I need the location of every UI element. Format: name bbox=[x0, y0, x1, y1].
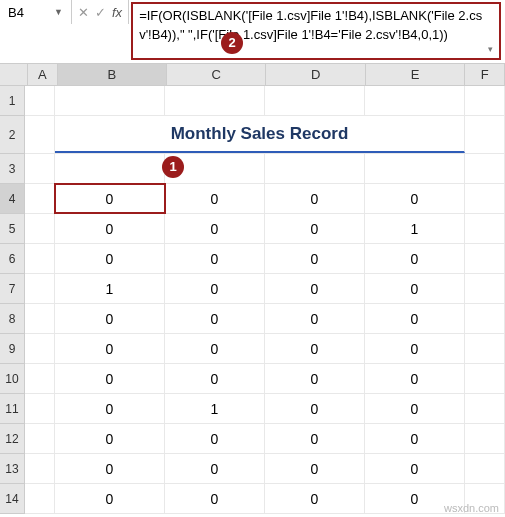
row-header[interactable]: 4 bbox=[0, 184, 25, 214]
cell[interactable]: 1 bbox=[165, 394, 265, 423]
cell[interactable]: 0 bbox=[265, 274, 365, 303]
cell[interactable] bbox=[365, 154, 465, 183]
cell[interactable]: 0 bbox=[265, 364, 365, 393]
cell[interactable] bbox=[25, 154, 55, 183]
cell[interactable] bbox=[465, 424, 505, 453]
cell[interactable] bbox=[25, 116, 55, 153]
row-header[interactable]: 8 bbox=[0, 304, 25, 334]
cell[interactable] bbox=[265, 154, 365, 183]
cell[interactable] bbox=[365, 86, 465, 115]
cell[interactable]: 0 bbox=[265, 244, 365, 273]
row-header[interactable]: 1 bbox=[0, 86, 25, 116]
enter-icon[interactable]: ✓ bbox=[95, 5, 106, 20]
row-header[interactable]: 5 bbox=[0, 214, 25, 244]
cell[interactable] bbox=[465, 154, 505, 183]
cell[interactable] bbox=[55, 86, 165, 115]
cell[interactable]: 0 bbox=[55, 424, 165, 453]
cell[interactable]: 0 bbox=[265, 334, 365, 363]
row-header[interactable]: 2 bbox=[0, 116, 25, 154]
cell[interactable] bbox=[465, 364, 505, 393]
cell[interactable] bbox=[25, 424, 55, 453]
selected-cell[interactable]: 0 bbox=[55, 184, 165, 213]
cell[interactable]: 0 bbox=[165, 304, 265, 333]
cell[interactable] bbox=[465, 244, 505, 273]
cell[interactable] bbox=[25, 454, 55, 483]
page-title[interactable]: Monthly Sales Record bbox=[55, 116, 465, 153]
cell[interactable]: 0 bbox=[365, 244, 465, 273]
col-header-d[interactable]: D bbox=[266, 64, 365, 85]
cell[interactable] bbox=[465, 334, 505, 363]
cell[interactable]: 0 bbox=[165, 214, 265, 243]
cell[interactable]: 0 bbox=[265, 184, 365, 213]
col-header-a[interactable]: A bbox=[28, 64, 58, 85]
cell[interactable] bbox=[25, 334, 55, 363]
cell[interactable] bbox=[25, 184, 55, 213]
select-all-corner[interactable] bbox=[0, 64, 28, 86]
row-header[interactable]: 14 bbox=[0, 484, 25, 514]
cell[interactable]: 0 bbox=[365, 274, 465, 303]
fx-icon[interactable]: fx bbox=[112, 5, 122, 20]
cell[interactable]: 0 bbox=[165, 244, 265, 273]
cell[interactable] bbox=[465, 394, 505, 423]
cell[interactable] bbox=[55, 154, 165, 183]
cell[interactable] bbox=[25, 274, 55, 303]
chevron-down-icon[interactable]: ▼ bbox=[54, 7, 63, 17]
row-header[interactable]: 10 bbox=[0, 364, 25, 394]
cell[interactable]: 0 bbox=[165, 424, 265, 453]
cell[interactable]: 0 bbox=[265, 484, 365, 513]
cell[interactable] bbox=[465, 274, 505, 303]
cell[interactable] bbox=[265, 86, 365, 115]
cell[interactable] bbox=[25, 394, 55, 423]
row-header[interactable]: 3 bbox=[0, 154, 25, 184]
cell[interactable]: 0 bbox=[365, 334, 465, 363]
cell[interactable] bbox=[25, 364, 55, 393]
cell[interactable] bbox=[25, 244, 55, 273]
cell[interactable]: 0 bbox=[55, 244, 165, 273]
row-header[interactable]: 12 bbox=[0, 424, 25, 454]
cell[interactable] bbox=[25, 214, 55, 243]
col-header-e[interactable]: E bbox=[366, 64, 465, 85]
cell[interactable]: 0 bbox=[55, 334, 165, 363]
cell[interactable]: 0 bbox=[365, 184, 465, 213]
formula-input[interactable]: =IF(OR(ISBLANK('[File 1.csv]File 1'!B4),… bbox=[131, 2, 501, 60]
cell[interactable]: 0 bbox=[265, 214, 365, 243]
cell[interactable] bbox=[465, 116, 505, 153]
cell[interactable]: 1 bbox=[55, 274, 165, 303]
cell[interactable]: 0 bbox=[165, 454, 265, 483]
cell[interactable]: 0 bbox=[165, 484, 265, 513]
cell[interactable]: 0 bbox=[55, 364, 165, 393]
name-box[interactable]: B4 ▼ bbox=[0, 0, 72, 24]
cell[interactable] bbox=[465, 86, 505, 115]
cancel-icon[interactable]: ✕ bbox=[78, 5, 89, 20]
cell[interactable]: 1 bbox=[365, 214, 465, 243]
cell[interactable]: 0 bbox=[265, 304, 365, 333]
cell[interactable]: 0 bbox=[265, 424, 365, 453]
cell[interactable]: 0 bbox=[55, 454, 165, 483]
cell[interactable] bbox=[465, 214, 505, 243]
cell[interactable]: 0 bbox=[365, 394, 465, 423]
row-header[interactable]: 11 bbox=[0, 394, 25, 424]
col-header-c[interactable]: C bbox=[167, 64, 266, 85]
cell[interactable]: 0 bbox=[55, 214, 165, 243]
row-header[interactable]: 13 bbox=[0, 454, 25, 484]
cell[interactable] bbox=[25, 86, 55, 115]
cell[interactable] bbox=[465, 454, 505, 483]
cell[interactable] bbox=[465, 304, 505, 333]
cell[interactable]: 0 bbox=[365, 424, 465, 453]
cell[interactable]: 0 bbox=[165, 274, 265, 303]
expand-icon[interactable]: ▾ bbox=[488, 43, 493, 56]
row-header[interactable]: 9 bbox=[0, 334, 25, 364]
col-header-b[interactable]: B bbox=[58, 64, 167, 85]
cell[interactable]: 0 bbox=[365, 364, 465, 393]
col-header-f[interactable]: F bbox=[465, 64, 505, 85]
row-header[interactable]: 6 bbox=[0, 244, 25, 274]
cell[interactable] bbox=[25, 484, 55, 513]
cell[interactable]: 0 bbox=[55, 394, 165, 423]
cell[interactable] bbox=[165, 86, 265, 115]
cell[interactable]: 0 bbox=[165, 184, 265, 213]
cell[interactable]: 0 bbox=[365, 454, 465, 483]
cell[interactable]: 0 bbox=[55, 304, 165, 333]
cell[interactable]: 0 bbox=[265, 454, 365, 483]
cell[interactable]: 0 bbox=[365, 304, 465, 333]
row-header[interactable]: 7 bbox=[0, 274, 25, 304]
